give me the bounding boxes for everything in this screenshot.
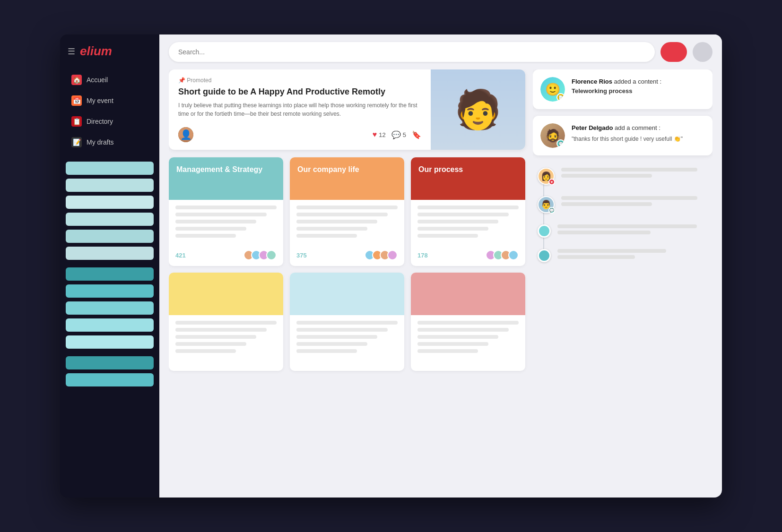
card-line	[296, 213, 388, 216]
avatar[interactable]	[693, 42, 712, 62]
card-line	[175, 234, 236, 238]
avatar-circle	[508, 250, 519, 260]
card-line	[175, 227, 246, 231]
activity-dot-wrapper	[538, 224, 551, 238]
card-footer	[169, 365, 283, 371]
promoted-footer: 👤 ♥ 12 💬 5	[178, 127, 421, 142]
promoted-image: 🧑	[431, 69, 525, 150]
notif-action: added a content :	[614, 78, 661, 85]
card-header	[290, 273, 404, 315]
notif-user-name: Peter Delgado	[572, 124, 613, 131]
sidebar-item-my-drafts[interactable]: 📝 My drafts	[66, 132, 154, 152]
notification-card-1: 🙂 📄 Florence Rios added a content : Tele…	[533, 69, 712, 109]
activity-lines	[557, 224, 712, 234]
sidebar-pill[interactable]	[66, 267, 154, 281]
card-body	[411, 315, 525, 365]
directory-icon: 📋	[71, 116, 82, 127]
sidebar-pill[interactable]	[66, 213, 154, 226]
activity-lines	[561, 168, 712, 178]
card-line	[296, 234, 357, 238]
activity-item-4	[538, 243, 712, 268]
sidebar-pill[interactable]	[66, 230, 154, 243]
card-line	[417, 328, 509, 332]
category-card-6[interactable]	[411, 273, 525, 371]
avatar-circle	[266, 250, 277, 260]
comment-count: 5	[403, 131, 406, 138]
calendar-icon: 📅	[71, 95, 82, 106]
activity-feed: 👩 ♥ 👨	[533, 162, 712, 268]
sidebar-pill[interactable]	[66, 196, 154, 209]
avatar: 👤	[178, 127, 193, 142]
bookmark-icon: 🔖	[412, 130, 421, 139]
promoted-card[interactable]: 📌 Promoted Short guide to be A Happy And…	[169, 69, 525, 150]
card-footer: 375	[290, 250, 404, 266]
card-lines	[296, 206, 398, 238]
card-line	[296, 206, 398, 209]
cta-button[interactable]	[660, 42, 687, 62]
card-line	[175, 220, 256, 223]
activity-item-3	[538, 219, 712, 243]
notif-quote: "thanks for this short guide ! very usef…	[572, 135, 705, 143]
card-line	[296, 227, 367, 231]
notif-text: Peter Delgado add a comment :	[572, 123, 705, 133]
activity-content	[557, 249, 712, 259]
search-input[interactable]	[169, 42, 655, 62]
category-card-5[interactable]	[290, 273, 404, 371]
card-title: Management & Strategy	[176, 165, 262, 175]
card-line	[296, 328, 388, 332]
card-count: 421	[175, 252, 186, 259]
card-title: Our process	[418, 165, 463, 175]
activity-lines	[557, 249, 712, 259]
card-line	[175, 321, 277, 325]
card-lines	[296, 321, 398, 353]
hamburger-icon[interactable]: ☰	[68, 46, 75, 57]
card-header	[411, 273, 525, 315]
sidebar-item-my-event[interactable]: 📅 My event	[66, 91, 154, 111]
bookmark-action[interactable]: 🔖	[412, 130, 421, 139]
promoted-content: 📌 Promoted Short guide to be A Happy And…	[169, 69, 431, 150]
category-card-our-process[interactable]: Our process 178	[411, 157, 525, 266]
card-footer: 178	[411, 250, 525, 266]
notif-avatar-florence: 🙂 📄	[540, 77, 565, 102]
card-line	[417, 335, 498, 339]
card-line	[417, 206, 519, 209]
right-panel: 🙂 📄 Florence Rios added a content : Tele…	[533, 69, 712, 488]
doc-badge-icon: 📄	[556, 93, 565, 102]
activity-line-bar	[561, 174, 652, 178]
sidebar-item-directory[interactable]: 📋 Directory	[66, 112, 154, 131]
activity-content	[557, 224, 712, 234]
sidebar-pill[interactable]	[66, 247, 154, 260]
sidebar-pill[interactable]	[66, 284, 154, 298]
activity-line-bar	[557, 249, 666, 253]
activity-line-bar	[557, 224, 697, 228]
sidebar-pill[interactable]	[66, 318, 154, 332]
card-body	[411, 200, 525, 250]
activity-line-bar	[561, 168, 697, 172]
header	[159, 34, 722, 69]
drafts-icon: 📝	[71, 137, 82, 147]
like-action[interactable]: ♥ 12	[373, 130, 386, 139]
sidebar-pill[interactable]	[66, 179, 154, 192]
card-line	[175, 328, 267, 332]
sidebar-pill[interactable]	[66, 373, 154, 386]
card-line	[417, 342, 488, 346]
sidebar-pill[interactable]	[66, 335, 154, 349]
activity-circle	[538, 224, 551, 238]
card-line	[175, 349, 236, 353]
sidebar-pill[interactable]	[66, 301, 154, 315]
card-title: Our company life	[297, 165, 359, 175]
sidebar-pill[interactable]	[66, 162, 154, 175]
sidebar-pill[interactable]	[66, 356, 154, 369]
promoted-actions: ♥ 12 💬 5 🔖	[373, 130, 421, 139]
card-line	[296, 349, 357, 353]
activity-line-bar	[557, 231, 651, 234]
activity-dot-wrapper	[538, 249, 551, 262]
category-card-management[interactable]: Management & Strategy	[169, 157, 283, 266]
card-header	[169, 273, 283, 315]
sidebar-item-accueil[interactable]: 🏠 Accueil	[66, 70, 154, 90]
comment-action[interactable]: 💬 5	[391, 130, 406, 139]
category-card-company-life[interactable]: Our company life 37	[290, 157, 404, 266]
like-count: 12	[379, 131, 385, 138]
card-header: Our company life	[290, 157, 404, 200]
category-card-4[interactable]	[169, 273, 283, 371]
